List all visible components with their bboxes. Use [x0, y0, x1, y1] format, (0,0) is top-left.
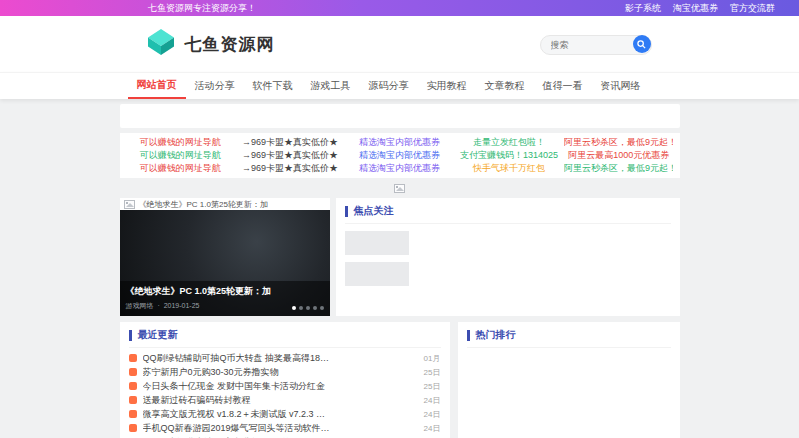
- ad-link[interactable]: 支付宝赚钱码！1314025: [454, 149, 564, 162]
- article-title: 手机QQ新春游园2019爆气写回头等活动软件…: [143, 422, 416, 435]
- announcement-box: [120, 104, 680, 128]
- nav-item-home[interactable]: 网站首页: [128, 73, 186, 99]
- featured-article-title: 《绝地求生》PC 1.0第25轮更新：加: [126, 285, 324, 298]
- topbar: 七鱼资源网专注资源分享！ 影子系统 淘宝优惠券 官方交流群: [0, 0, 799, 16]
- ad-link[interactable]: →969卡盟★真实低价★: [235, 136, 345, 149]
- ad-link[interactable]: 可以赚钱的网址导航: [126, 149, 236, 162]
- ad-link[interactable]: 阿里云秒杀区，最低9元起！: [564, 136, 674, 149]
- article-date: 24日: [424, 409, 441, 420]
- article-type-icon: [129, 368, 137, 376]
- nav-item-source-code[interactable]: 源码分享: [360, 73, 418, 99]
- article-date: 25日: [424, 367, 441, 378]
- article-date: 24日: [424, 423, 441, 434]
- featured-article-image[interactable]: 《绝地求生》PC 1.0第25轮更新：加 游戏网络 · 2019-01-25: [120, 210, 330, 316]
- list-item[interactable]: 送最新过砖石骗码砖封教程 24日: [129, 393, 441, 407]
- focus-panel: 焦点关注: [336, 198, 680, 316]
- nav-item-tutorials[interactable]: 实用教程: [418, 73, 476, 99]
- ads-row: 可以赚钱的网址导航 →969卡盟★真实低价★ 精选淘宝内部优惠券 快手气球千万红…: [126, 162, 674, 175]
- page-content: 可以赚钱的网址导航 →969卡盟★真实低价★ 精选淘宝内部优惠券 走量立发红包啦…: [120, 99, 680, 438]
- ad-link[interactable]: →969卡盟★真实低价★: [235, 149, 345, 162]
- slider-dot[interactable]: [306, 306, 310, 310]
- slider-dot[interactable]: [299, 306, 303, 310]
- article-title: 微享高文版无视权 v1.8.2＋未测试版 v7.2.3 …: [143, 408, 416, 421]
- nav-item-worth-a-look[interactable]: 值得一看: [534, 73, 592, 99]
- ad-link[interactable]: 可以赚钱的网址导航: [126, 162, 236, 175]
- topbar-link-shadow-system[interactable]: 影子系统: [625, 2, 661, 15]
- search-icon: [637, 37, 646, 52]
- ad-link[interactable]: 阿里云秒杀区，最低9元起！: [564, 162, 674, 175]
- list-item[interactable]: 今日头条十亿现金 发财中国年集卡活动分红金 25日: [129, 379, 441, 393]
- recent-updates-panel: 最近更新 QQ刷绿钻辅助可抽Q币大转盘 抽奖最高得18… 01月 苏宁新用户0元…: [120, 322, 450, 438]
- slider-dot[interactable]: [292, 306, 296, 310]
- ad-link[interactable]: 精选淘宝内部优惠券: [345, 136, 455, 149]
- ad-link[interactable]: →969卡盟★真实低价★: [235, 162, 345, 175]
- article-type-icon: [129, 424, 137, 432]
- focus-article-thumbnail: [345, 262, 409, 286]
- ad-link[interactable]: 精选淘宝内部优惠券: [345, 162, 455, 175]
- ad-link[interactable]: 精选淘宝内部优惠券: [345, 149, 455, 162]
- search-button[interactable]: [633, 35, 651, 53]
- article-type-icon: [129, 410, 137, 418]
- ad-link[interactable]: 走量立发红包啦！: [454, 136, 564, 149]
- recent-section-header: 最近更新: [129, 328, 441, 348]
- topbar-link-official-group[interactable]: 官方交流群: [730, 2, 775, 15]
- article-title: 今日头条十亿现金 发财中国年集卡活动分红金: [143, 380, 416, 393]
- list-item[interactable]: 微享高文版无视权 v1.8.2＋未测试版 v7.2.3 … 24日: [129, 407, 441, 421]
- focus-article-thumbnail: [345, 231, 409, 255]
- topbar-notice: 七鱼资源网专注资源分享！: [148, 2, 256, 15]
- hot-section-header: 热门排行: [467, 328, 671, 348]
- list-item[interactable]: 手机QQ新春游园2019爆气写回头等活动软件… 24日: [129, 421, 441, 435]
- article-title: 苏宁新用户0元购30-30元券撸实物: [143, 366, 416, 379]
- nav-item-articles[interactable]: 文章教程: [476, 73, 534, 99]
- focus-section-title: 焦点关注: [354, 204, 394, 218]
- ads-row: 可以赚钱的网址导航 →969卡盟★真实低价★ 精选淘宝内部优惠券 支付宝赚钱码！…: [126, 149, 674, 162]
- article-title: QQ刷绿钻辅助可抽Q币大转盘 抽奖最高得18…: [143, 352, 416, 365]
- text-ads-box: 可以赚钱的网址导航 →969卡盟★真实低价★ 精选淘宝内部优惠券 走量立发红包啦…: [120, 133, 680, 178]
- hot-section-title: 热门排行: [476, 328, 516, 342]
- slider-overlay: 《绝地求生》PC 1.0第25轮更新：加 游戏网络 · 2019-01-25: [120, 281, 330, 316]
- article-date: 01月: [424, 353, 441, 364]
- article-type-icon: [129, 382, 137, 390]
- list-item[interactable]: 苏宁新用户0元购30-30元券撸实物 25日: [129, 365, 441, 379]
- article-title: 送最新过砖石骗码砖封教程: [143, 394, 416, 407]
- site-name: 七鱼资源网: [185, 33, 275, 56]
- section-accent-bar: [129, 330, 132, 341]
- topbar-links: 影子系统 淘宝优惠券 官方交流群: [625, 2, 775, 15]
- focus-article-item[interactable]: [345, 262, 671, 286]
- slider-caption-row[interactable]: 《绝地求生》PC 1.0第25轮更新：加: [120, 198, 330, 210]
- site-logo[interactable]: 七鱼资源网: [144, 28, 275, 60]
- nav-item-news[interactable]: 资讯网络: [592, 73, 650, 99]
- article-date: 24日: [424, 395, 441, 406]
- topbar-link-taobao-coupon[interactable]: 淘宝优惠券: [673, 2, 718, 15]
- logo-diamond-icon: [144, 28, 178, 60]
- ads-row: 可以赚钱的网址导航 →969卡盟★真实低价★ 精选淘宝内部优惠券 走量立发红包啦…: [126, 136, 674, 149]
- nav-item-software[interactable]: 软件下载: [244, 73, 302, 99]
- main-nav: 网站首页 活动分享 软件下载 游戏工具 源码分享 实用教程 文章教程 值得一看 …: [0, 72, 799, 99]
- article-date: 25日: [424, 381, 441, 392]
- focus-article-item[interactable]: [345, 231, 671, 255]
- slider-caption-broken-image-icon: [124, 200, 135, 209]
- nav-item-activities[interactable]: 活动分享: [186, 73, 244, 99]
- article-type-icon: [129, 396, 137, 404]
- featured-slider: 《绝地求生》PC 1.0第25轮更新：加 《绝地求生》PC 1.0第25轮更新：…: [120, 198, 330, 316]
- ad-link[interactable]: 快手气球千万红包: [454, 162, 564, 175]
- section-accent-bar: [345, 206, 348, 217]
- search-box: [540, 34, 652, 54]
- hot-ranking-panel: 热门排行: [458, 322, 680, 438]
- featured-article-category: 游戏网络: [126, 302, 154, 309]
- article-type-icon: [129, 354, 137, 362]
- ad-link[interactable]: 可以赚钱的网址导航: [126, 136, 236, 149]
- featured-article-date: 2019-01-25: [164, 302, 200, 309]
- ad-link[interactable]: 阿里云最高1000元优惠券: [564, 149, 674, 162]
- banner-ad[interactable]: [120, 182, 680, 195]
- section-accent-bar: [467, 330, 470, 341]
- slider-dot[interactable]: [313, 306, 317, 310]
- slider-dots: [292, 306, 324, 310]
- banner-broken-image-icon: [394, 184, 405, 193]
- focus-section-header: 焦点关注: [345, 204, 671, 224]
- site-header: 七鱼资源网: [0, 16, 799, 72]
- recent-updates-list: QQ刷绿钻辅助可抽Q币大转盘 抽奖最高得18… 01月 苏宁新用户0元购30-3…: [129, 351, 441, 438]
- list-item[interactable]: QQ刷绿钻辅助可抽Q币大转盘 抽奖最高得18… 01月: [129, 351, 441, 365]
- nav-item-game-tools[interactable]: 游戏工具: [302, 73, 360, 99]
- slider-dot[interactable]: [320, 306, 324, 310]
